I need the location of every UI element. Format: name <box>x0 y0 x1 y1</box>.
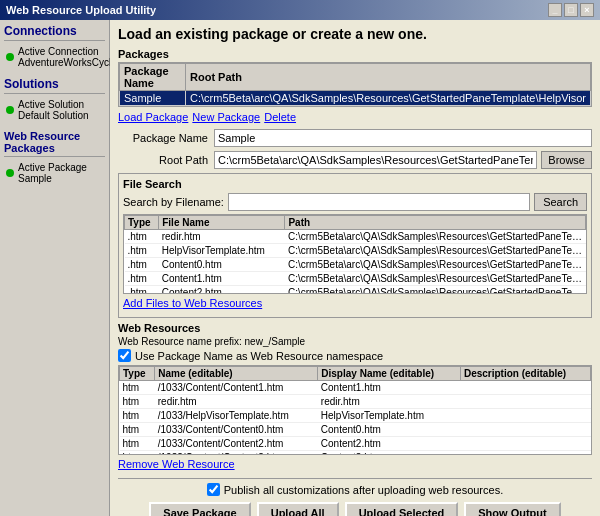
packages-toolbar: Load Package New Package Delete <box>118 111 592 123</box>
main-container: Connections Active Connection AdventureW… <box>0 20 600 516</box>
file-type: .htm <box>125 230 159 244</box>
wr-display[interactable]: Content3.htm <box>318 451 461 456</box>
separator <box>118 478 592 479</box>
save-package-button[interactable]: Save Package <box>149 502 250 516</box>
wr-type: htm <box>120 423 155 437</box>
search-button[interactable]: Search <box>534 193 587 211</box>
browse-button[interactable]: Browse <box>541 151 592 169</box>
file-search-section: File Search Search by Filename: Search T… <box>118 173 592 318</box>
packages-table: Package Name Root Path SampleC:\crm5Beta… <box>119 63 591 106</box>
page-title: Load an existing package or create a new… <box>118 26 592 42</box>
add-files-button[interactable]: Add Files to Web Resources <box>123 297 262 309</box>
minimize-button[interactable]: _ <box>548 3 562 17</box>
wr-type: htm <box>120 381 155 395</box>
web-resources-label: Web Resources <box>118 322 592 334</box>
load-package-button[interactable]: Load Package <box>118 111 188 123</box>
sidebar-item-connection[interactable]: Active Connection AdventureWorksCycle <box>4 45 105 69</box>
file-type: .htm <box>125 244 159 258</box>
wr-col-name: Name (editable) <box>155 367 318 381</box>
package-name-input[interactable] <box>214 129 592 147</box>
namespace-checkbox[interactable] <box>118 349 131 362</box>
web-res-prefix: Web Resource name prefix: new_/Sample <box>118 336 592 347</box>
file-search-title: File Search <box>123 178 587 190</box>
file-name: redir.htm <box>159 230 285 244</box>
list-item[interactable]: .htmContent0.htmC:\crm5Beta\arc\QA\SdkSa… <box>125 258 586 272</box>
package-status-icon <box>6 169 14 177</box>
sidebar-item-solution[interactable]: Active Solution Default Solution <box>4 98 105 122</box>
wr-desc[interactable] <box>460 451 590 456</box>
wr-col-display: Display Name (editable) <box>318 367 461 381</box>
file-name: Content1.htm <box>159 272 285 286</box>
solutions-section: Solutions Active Solution Default Soluti… <box>4 77 105 122</box>
wr-desc[interactable] <box>460 395 590 409</box>
list-item[interactable]: htm/1033/HelpVisorTemplate.htmHelpVisorT… <box>120 409 591 423</box>
delete-button[interactable]: Delete <box>264 111 296 123</box>
wr-type: htm <box>120 395 155 409</box>
close-button[interactable]: × <box>580 3 594 17</box>
package-path-cell: C:\crm5Beta\arc\QA\SdkSamples\Resources\… <box>186 91 591 106</box>
webres-table: Type Name (editable) Display Name (edita… <box>119 366 591 455</box>
file-table: Type File Name Path .htmredir.htmC:\crm5… <box>124 215 586 294</box>
wr-name[interactable]: redir.htm <box>155 395 318 409</box>
content-area: Load an existing package or create a new… <box>110 20 600 516</box>
wr-display[interactable]: HelpVisorTemplate.htm <box>318 409 461 423</box>
file-col-path: Path <box>285 216 586 230</box>
bottom-buttons: Save Package Upload All Upload Selected … <box>118 502 592 516</box>
wr-display[interactable]: Content1.htm <box>318 381 461 395</box>
list-item[interactable]: htm/1033/Content/Content0.htmContent0.ht… <box>120 423 591 437</box>
namespace-checkbox-label: Use Package Name as Web Resource namespa… <box>135 350 383 362</box>
list-item[interactable]: htmredir.htmredir.htm <box>120 395 591 409</box>
wr-col-desc: Description (editable) <box>460 367 590 381</box>
wr-desc[interactable] <box>460 423 590 437</box>
col-root-path: Root Path <box>186 64 591 91</box>
wr-col-type: Type <box>120 367 155 381</box>
root-path-label: Root Path <box>118 154 208 166</box>
package-name-label: Package Name <box>118 132 208 144</box>
list-item[interactable]: .htmContent2.htmC:\crm5Beta\arc\QA\SdkSa… <box>125 286 586 295</box>
list-item[interactable]: .htmredir.htmC:\crm5Beta\arc\QA\SdkSampl… <box>125 230 586 244</box>
list-item[interactable]: .htmHelpVisorTemplate.htmC:\crm5Beta\arc… <box>125 244 586 258</box>
package-name-sidebar: Sample <box>18 173 87 184</box>
maximize-button[interactable]: □ <box>564 3 578 17</box>
sidebar-item-package[interactable]: Active Package Sample <box>4 161 105 185</box>
table-row[interactable]: SampleC:\crm5Beta\arc\QA\SdkSamples\Reso… <box>120 91 591 106</box>
packages-label: Packages <box>118 48 592 60</box>
connection-name: AdventureWorksCycle <box>18 57 117 68</box>
show-output-button[interactable]: Show Output <box>464 502 560 516</box>
wr-name[interactable]: /1033/Content/Content3.htm <box>155 451 318 456</box>
list-item[interactable]: htm/1033/Content/Content1.htmContent1.ht… <box>120 381 591 395</box>
list-item[interactable]: .htmContent1.htmC:\crm5Beta\arc\QA\SdkSa… <box>125 272 586 286</box>
wr-desc[interactable] <box>460 381 590 395</box>
solution-active-label: Active Solution <box>18 99 89 110</box>
publish-checkbox[interactable] <box>207 483 220 496</box>
package-active-label: Active Package <box>18 162 87 173</box>
publish-label: Publish all customizations after uploadi… <box>224 484 503 496</box>
wr-desc[interactable] <box>460 409 590 423</box>
remove-web-resource-button[interactable]: Remove Web Resource <box>118 458 235 470</box>
wr-desc[interactable] <box>460 437 590 451</box>
wr-name[interactable]: /1033/Content/Content0.htm <box>155 423 318 437</box>
wr-display[interactable]: redir.htm <box>318 395 461 409</box>
file-name: Content0.htm <box>159 258 285 272</box>
wr-name[interactable]: /1033/Content/Content2.htm <box>155 437 318 451</box>
search-input[interactable] <box>228 193 530 211</box>
wr-display[interactable]: Content2.htm <box>318 437 461 451</box>
wr-name[interactable]: /1033/Content/Content1.htm <box>155 381 318 395</box>
package-name-cell: Sample <box>120 91 186 106</box>
file-path: C:\crm5Beta\arc\QA\SdkSamples\Resources\… <box>285 258 586 272</box>
namespace-checkbox-row: Use Package Name as Web Resource namespa… <box>118 349 592 362</box>
root-path-input[interactable] <box>214 151 537 169</box>
upload-selected-button[interactable]: Upload Selected <box>345 502 459 516</box>
file-col-type: Type <box>125 216 159 230</box>
upload-all-button[interactable]: Upload All <box>257 502 339 516</box>
solution-status-icon <box>6 106 14 114</box>
wr-name[interactable]: /1033/HelpVisorTemplate.htm <box>155 409 318 423</box>
wr-display[interactable]: Content0.htm <box>318 423 461 437</box>
file-type: .htm <box>125 286 159 295</box>
file-name: HelpVisorTemplate.htm <box>159 244 285 258</box>
list-item[interactable]: htm/1033/Content/Content2.htmContent2.ht… <box>120 437 591 451</box>
new-package-button[interactable]: New Package <box>192 111 260 123</box>
connections-section: Connections Active Connection AdventureW… <box>4 24 105 69</box>
list-item[interactable]: htm/1033/Content/Content3.htmContent3.ht… <box>120 451 591 456</box>
title-text: Web Resource Upload Utility <box>6 4 156 16</box>
